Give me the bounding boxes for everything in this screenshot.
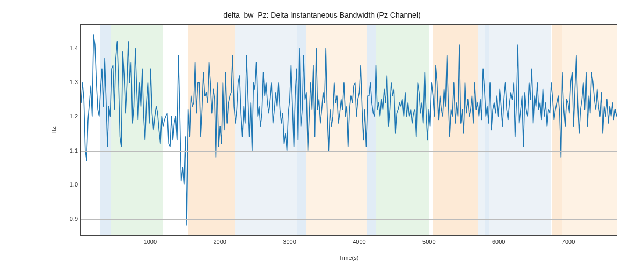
x-tick-label: 5000 bbox=[422, 239, 435, 245]
x-tick-label: 6000 bbox=[492, 239, 505, 245]
grid-line bbox=[81, 117, 617, 117]
series-line bbox=[81, 35, 617, 225]
x-tick-label: 7000 bbox=[562, 239, 575, 245]
y-axis-label: Hz bbox=[48, 24, 59, 236]
y-tick-label: 1.4 bbox=[56, 45, 78, 51]
x-axis-label: Time(s) bbox=[80, 255, 617, 261]
y-tick-label: 1.0 bbox=[56, 181, 78, 188]
y-tick-label: 1.1 bbox=[56, 147, 78, 154]
x-tick-label: 3000 bbox=[283, 239, 296, 245]
plot-area bbox=[80, 24, 617, 236]
x-tick-label: 2000 bbox=[213, 239, 226, 245]
grid-line bbox=[81, 185, 617, 185]
x-tick-label: 4000 bbox=[353, 239, 365, 245]
grid-line bbox=[81, 83, 617, 83]
y-tick-label: 0.9 bbox=[56, 215, 78, 222]
grid-line bbox=[81, 151, 617, 152]
grid-line bbox=[81, 49, 617, 49]
chart-title: delta_bw_Pz: Delta Instantaneous Bandwid… bbox=[0, 11, 644, 19]
chart-figure: delta_bw_Pz: Delta Instantaneous Bandwid… bbox=[0, 0, 644, 268]
x-tick-label: 1000 bbox=[144, 239, 157, 245]
grid-line bbox=[81, 219, 617, 220]
line-series bbox=[81, 25, 617, 235]
y-tick-label: 1.3 bbox=[56, 79, 78, 85]
y-tick-label: 1.2 bbox=[56, 113, 78, 120]
